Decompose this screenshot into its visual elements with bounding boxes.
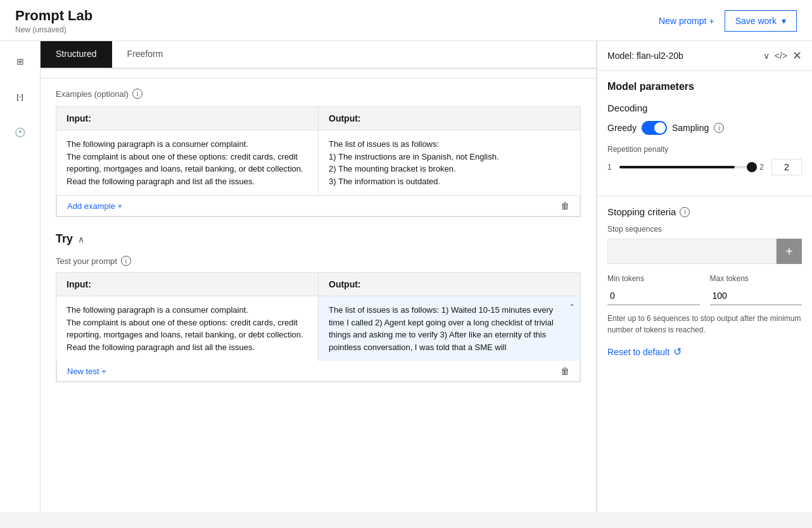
try-input-cell[interactable]: The following paragraph is a consumer co…: [56, 296, 319, 361]
example-output-cell[interactable]: The list of issues is as follows: 1) The…: [319, 130, 580, 195]
test-your-prompt-label: Test your prompt i: [56, 256, 581, 266]
try-output-text: The list of issues is as follows: 1) Wai…: [329, 305, 554, 352]
tokens-row: Min tokens Max tokens: [607, 274, 802, 305]
reset-icon: ↺: [673, 346, 682, 358]
decoding-title: Decoding: [607, 103, 802, 113]
try-body-row: The following paragraph is a consumer co…: [56, 296, 580, 361]
panels-icon: ⊞: [16, 56, 24, 66]
app-header: Prompt Lab New (unsaved) New prompt + Sa…: [0, 0, 812, 41]
examples-header-row: Input: Output:: [56, 107, 580, 130]
header-right: New prompt + Save work ▾: [659, 8, 797, 32]
stopping-criteria-info-icon[interactable]: i: [680, 207, 690, 217]
sidebar-item-brackets[interactable]: [·]: [10, 87, 30, 107]
examples-input-header: Input:: [56, 107, 319, 130]
greedy-sampling-toggle[interactable]: [642, 121, 667, 135]
sampling-info-icon[interactable]: i: [714, 123, 724, 133]
example-row: The following paragraph is a consumer co…: [56, 130, 580, 196]
slider-thumb[interactable]: [747, 162, 757, 172]
sidebar-item-history[interactable]: 🕐: [10, 122, 30, 142]
stop-sequences-hint: Enter up to 6 sequences to stop output a…: [607, 313, 802, 336]
tabs-bar: Structured Freeform: [41, 41, 596, 68]
divider: [597, 196, 812, 196]
brackets-icon: [·]: [16, 93, 23, 101]
model-close-button[interactable]: ✕: [792, 49, 802, 63]
examples-info-icon[interactable]: i: [132, 89, 143, 99]
reset-to-default-button[interactable]: Reset to default ↺: [607, 346, 682, 358]
max-tokens-field: Max tokens: [710, 274, 802, 305]
examples-table: Input: Output: The following paragraph i…: [56, 106, 581, 217]
sidebar-item-panels[interactable]: ⊞: [10, 51, 30, 72]
model-code-button[interactable]: </>: [775, 51, 787, 61]
test-prompt-info-icon[interactable]: i: [121, 256, 131, 266]
example-input-cell[interactable]: The following paragraph is a consumer co…: [56, 130, 319, 195]
try-output-cell[interactable]: The list of issues is as follows: 1) Wai…: [319, 296, 580, 361]
save-work-button[interactable]: Save work ▾: [725, 10, 797, 32]
header-left: Prompt Lab New (unsaved): [15, 8, 92, 34]
try-header: Try ∧: [56, 232, 581, 246]
min-tokens-input[interactable]: [607, 287, 700, 305]
app-title: Prompt Lab: [15, 8, 92, 24]
max-tokens-label: Max tokens: [710, 274, 802, 283]
decoding-section: Decoding Greedy Sampling i Repetition pe…: [597, 97, 812, 191]
stopping-criteria-title: Stopping criteria i: [607, 206, 802, 217]
model-chevron-button[interactable]: ∨: [763, 51, 770, 61]
history-icon: 🕐: [15, 127, 25, 137]
examples-output-header: Output:: [319, 107, 580, 130]
stop-sequences-label: Stop sequences: [607, 225, 802, 234]
slider-min: 1: [607, 163, 612, 172]
stop-sequences-row: +: [607, 239, 802, 264]
repetition-penalty-container: Repetition penalty 1 2 2: [607, 145, 802, 175]
content-area: Structured Freeform Examples (optional) …: [41, 41, 597, 512]
delete-example-icon[interactable]: 🗑: [561, 201, 569, 211]
try-table: Input: Output: The following paragraph i…: [56, 272, 581, 382]
model-header: Model: flan-ul2-20b ∨ </> ✕: [597, 41, 812, 71]
tab-freeform[interactable]: Freeform: [112, 41, 179, 68]
new-prompt-label: New prompt: [659, 16, 706, 26]
try-output-collapse-icon[interactable]: ⌃: [569, 301, 575, 313]
slider-max: 2: [759, 163, 764, 172]
delete-test-icon[interactable]: 🗑: [561, 366, 569, 376]
new-prompt-button[interactable]: New prompt +: [659, 16, 714, 26]
slider-fill: [619, 166, 735, 168]
stop-sequences-input[interactable]: [607, 239, 777, 264]
save-work-chevron-icon: ▾: [782, 16, 786, 26]
reset-label: Reset to default: [607, 347, 669, 357]
slider-row: 1 2 2: [607, 159, 802, 175]
min-tokens-field: Min tokens: [607, 274, 700, 305]
try-collapse-icon[interactable]: ∧: [78, 234, 84, 244]
examples-section-label: Examples (optional) i: [56, 89, 581, 99]
try-header-row: Input: Output:: [56, 273, 580, 296]
content-body: Examples (optional) i Input: Output: The…: [41, 68, 596, 393]
add-example-row: Add example + 🗑: [56, 196, 580, 217]
new-test-row: New test + 🗑: [56, 361, 580, 382]
toggle-knob: [654, 122, 666, 134]
try-label: Try: [56, 232, 73, 246]
sampling-label: Sampling: [672, 123, 709, 133]
stopping-criteria-section: Stopping criteria i Stop sequences + Min…: [597, 201, 812, 363]
new-test-button[interactable]: New test +: [67, 367, 106, 376]
slider-track[interactable]: [619, 166, 752, 168]
slider-value-box[interactable]: 2: [771, 159, 802, 175]
tab-structured[interactable]: Structured: [41, 41, 112, 68]
try-input-header: Input:: [56, 273, 319, 296]
repetition-penalty-label: Repetition penalty: [607, 145, 802, 154]
min-tokens-label: Min tokens: [607, 274, 700, 283]
model-params-title: Model parameters: [597, 71, 812, 97]
app-subtitle: New (unsaved): [15, 25, 92, 34]
save-work-label: Save work: [735, 16, 777, 26]
add-example-button[interactable]: Add example +: [67, 201, 122, 211]
model-actions: ∨ </> ✕: [763, 49, 802, 63]
model-name: Model: flan-ul2-20b: [607, 51, 683, 61]
main-container: ⊞ [·] 🕐 Structured Freeform Examples (op…: [0, 41, 812, 512]
try-output-header: Output:: [319, 273, 580, 296]
sidebar: ⊞ [·] 🕐: [0, 41, 41, 512]
greedy-sampling-row: Greedy Sampling i: [607, 121, 802, 135]
stop-sequences-add-button[interactable]: +: [777, 239, 802, 264]
greedy-label: Greedy: [607, 123, 637, 133]
max-tokens-input[interactable]: [710, 287, 802, 305]
try-section: Try ∧ Test your prompt i Input: Output: …: [56, 232, 581, 382]
right-panel: Model: flan-ul2-20b ∨ </> ✕ Model parame…: [597, 41, 812, 512]
new-prompt-plus-icon: +: [709, 16, 714, 26]
